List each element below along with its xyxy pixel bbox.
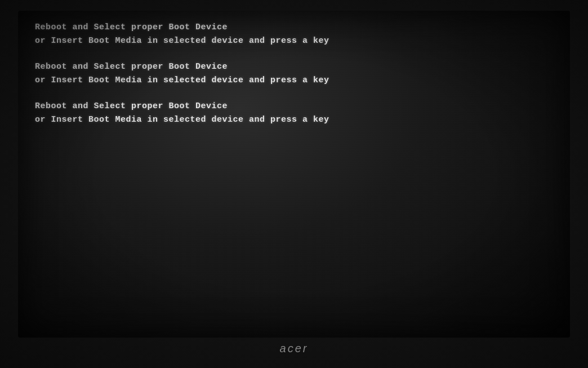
- boot-line-2-1: Reboot and Select proper Boot Device: [35, 60, 553, 74]
- screen-content: Reboot and Select proper Boot Device or …: [18, 11, 570, 338]
- boot-line-1-1: Reboot and Select proper Boot Device: [35, 21, 553, 34]
- boot-message-group-3: Reboot and Select proper Boot Device or …: [35, 100, 553, 127]
- boot-line-3-1: Reboot and Select proper Boot Device: [35, 100, 553, 113]
- boot-message-group-2: Reboot and Select proper Boot Device or …: [35, 60, 553, 87]
- boot-line-1-2: or Insert Boot Media in selected device …: [35, 34, 553, 48]
- screen: Reboot and Select proper Boot Device or …: [18, 11, 570, 338]
- monitor: Reboot and Select proper Boot Device or …: [0, 0, 588, 368]
- boot-line-3-2: or Insert Boot Media in selected device …: [35, 113, 553, 127]
- boot-line-2-2: or Insert Boot Media in selected device …: [35, 74, 553, 87]
- brand-logo: acer: [280, 342, 309, 355]
- boot-message-group-1: Reboot and Select proper Boot Device or …: [35, 21, 553, 48]
- monitor-base: acer: [18, 338, 570, 357]
